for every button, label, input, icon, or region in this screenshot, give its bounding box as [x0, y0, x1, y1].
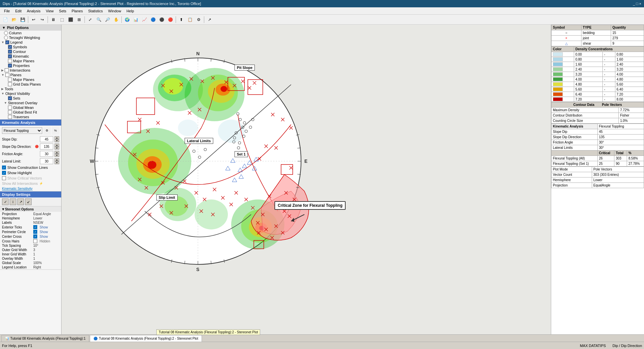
toolbar-chart5[interactable]: 🔴 — [166, 16, 174, 24]
stereonet-options-header[interactable]: ▼ Stereonet Options — [0, 206, 61, 212]
toolbar-zoom-out[interactable]: 🔎 — [103, 16, 111, 24]
menu-help[interactable]: Help — [124, 8, 137, 14]
tree-object-visibility[interactable]: ▼ Object Visibility — [0, 91, 61, 96]
cb-global-mean[interactable] — [8, 106, 12, 110]
cb-cross-hairs[interactable] — [33, 239, 37, 243]
cb-perimeter-circle[interactable] — [33, 230, 37, 234]
cb-major-planes[interactable] — [8, 59, 12, 63]
tab-1[interactable]: 📊 Tutorial 08 Kinematic Analysis (Flexur… — [1, 335, 89, 342]
disp-export-btn[interactable]: ↗ — [17, 198, 24, 205]
slope-dip-dir-up[interactable]: ▲ — [55, 144, 59, 147]
toolbar-undo[interactable]: ↩ — [30, 16, 38, 24]
minimize-btn[interactable]: _ — [633, 2, 635, 6]
toolbar-view1[interactable]: 🖥 — [49, 16, 57, 24]
tree-tools[interactable]: ▶ Tools — [0, 87, 61, 91]
toolbar-view4[interactable]: ⊞ — [75, 16, 83, 24]
disp-check-btn[interactable]: ✓ — [2, 198, 9, 205]
kinematic-sensitivity-row[interactable]: Kinematic Sensitivity — [0, 186, 61, 191]
tree-global-best-fit[interactable]: Global Best Fit — [0, 110, 61, 115]
cb-show-construction[interactable] — [2, 166, 6, 170]
menu-view[interactable]: View — [43, 8, 57, 14]
menu-window[interactable]: Window — [105, 8, 124, 14]
disp-info-btn[interactable]: i — [10, 198, 16, 205]
toolbar-new[interactable]: 📄 — [1, 16, 9, 24]
tree-stereonet-overlay[interactable]: ▼ Stereonet Overlay — [0, 101, 61, 105]
show-construction-row[interactable]: Show Construction Lines — [0, 165, 61, 170]
toolbar-export1[interactable]: ⬆ — [177, 16, 185, 24]
tree-kinematic[interactable]: Kinematic — [0, 54, 61, 59]
tree-global-mean[interactable]: Global Mean — [0, 105, 61, 110]
tree-column[interactable]: Column — [0, 31, 61, 35]
toolbar-arrow[interactable]: ↗ — [206, 16, 214, 24]
menu-sets[interactable]: Sets — [56, 8, 69, 14]
toolbar-zoom-fit[interactable]: ⤢ — [86, 16, 94, 24]
menu-file[interactable]: File — [1, 8, 13, 14]
toolbar-view3[interactable]: ⬛ — [67, 16, 75, 24]
slope-dip-input[interactable] — [40, 136, 53, 142]
friction-angle-down[interactable]: ▼ — [55, 154, 59, 157]
menu-statistics[interactable]: Statistics — [85, 8, 105, 14]
toolbar-chart2[interactable]: 📈 — [140, 16, 148, 24]
radio-terzaghi[interactable] — [4, 36, 8, 40]
show-highlight-row[interactable]: Show Highlight — [0, 170, 61, 175]
cb-traverses[interactable] — [8, 115, 12, 119]
kinematic-help-btn[interactable]: % — [52, 127, 59, 135]
friction-angle-input[interactable] — [40, 151, 53, 157]
toolbar-view2[interactable]: ⬚ — [58, 16, 66, 24]
radio-column[interactable] — [4, 31, 8, 35]
tree-terzaghi[interactable]: Terzaghi Weighting — [0, 35, 61, 40]
tree-major-planes[interactable]: Major Planes — [0, 59, 61, 63]
kinematic-sensitivity-label[interactable]: Kinematic Sensitivity — [2, 187, 33, 190]
cb-intersections[interactable] — [5, 68, 9, 72]
cb-kinematic[interactable] — [8, 54, 12, 58]
tree-intersections[interactable]: ▶ Intersections — [0, 68, 61, 73]
toolbar-chart4[interactable]: ⚫ — [158, 16, 166, 24]
toolbar-redo[interactable]: ↪ — [38, 16, 46, 24]
show-critical-row[interactable]: Show Critical Vectors — [0, 175, 61, 181]
kinematic-options-btn[interactable]: ⚙ — [43, 127, 51, 135]
tree-planes[interactable]: ▼ Planes — [0, 73, 61, 77]
toolbar-pan[interactable]: ✋ — [112, 16, 120, 24]
cb-show-critical[interactable] — [2, 176, 6, 180]
lateral-limit-up[interactable]: ▲ — [55, 158, 59, 161]
toolbar-chart3[interactable]: 🔵 — [149, 16, 157, 24]
tree-sets[interactable]: Sets — [0, 96, 61, 101]
tab-2[interactable]: 🔵 Tutorial 08 Kinematic Analysis (Flexur… — [90, 335, 202, 342]
lateral-limit-input[interactable] — [40, 158, 53, 164]
slope-dip-dir-input[interactable] — [40, 144, 53, 150]
cb-major-planes2[interactable] — [8, 78, 12, 82]
slope-dip-down[interactable]: ▼ — [55, 139, 59, 142]
cb-properties[interactable] — [8, 64, 12, 68]
friction-angle-up[interactable]: ▲ — [55, 151, 59, 154]
toolbar-open[interactable]: 📂 — [10, 16, 18, 24]
cb-show-highlight[interactable] — [2, 171, 6, 175]
tree-contour[interactable]: Contour — [0, 49, 61, 54]
plot-options-header[interactable]: ▼ Plot Options — [0, 25, 61, 31]
cb-center-cross[interactable] — [33, 234, 37, 238]
toolbar-export2[interactable]: 📋 — [186, 16, 194, 24]
tree-traverses[interactable]: Traverses — [0, 115, 61, 119]
lateral-limit-down[interactable]: ▼ — [55, 161, 59, 164]
close-btn[interactable]: × — [639, 2, 641, 6]
toolbar-chart1[interactable]: 📊 — [132, 16, 140, 24]
toolbar-zoom-in[interactable]: 🔍 — [95, 16, 103, 24]
slope-dip-up[interactable]: ▲ — [55, 136, 59, 139]
toolbar-globe[interactable]: 🌍 — [123, 16, 131, 24]
tree-symbols[interactable]: Symbols — [0, 45, 61, 49]
tree-legend[interactable]: ▼ Legend — [0, 40, 61, 45]
cb-symbols[interactable] — [8, 45, 12, 49]
toolbar-settings[interactable]: ⚙ — [195, 16, 203, 24]
menu-analysis[interactable]: Analysis — [24, 8, 43, 14]
menu-edit[interactable]: Edit — [13, 8, 24, 14]
toolbar-save[interactable]: 💾 — [19, 16, 27, 24]
cb-global-best-fit[interactable] — [8, 110, 12, 114]
disp-import-btn[interactable]: ↙ — [25, 198, 32, 205]
slope-dip-dir-down[interactable]: ▼ — [55, 147, 59, 150]
cb-legend[interactable] — [5, 40, 9, 44]
cb-sets[interactable] — [8, 96, 12, 100]
cb-planes[interactable] — [5, 73, 9, 77]
cb-grid-data-planes[interactable] — [8, 82, 12, 86]
tree-grid-data-planes[interactable]: Grid Data Planes — [0, 82, 61, 87]
tree-properties[interactable]: Properties — [0, 63, 61, 68]
maximize-btn[interactable]: □ — [636, 2, 638, 6]
